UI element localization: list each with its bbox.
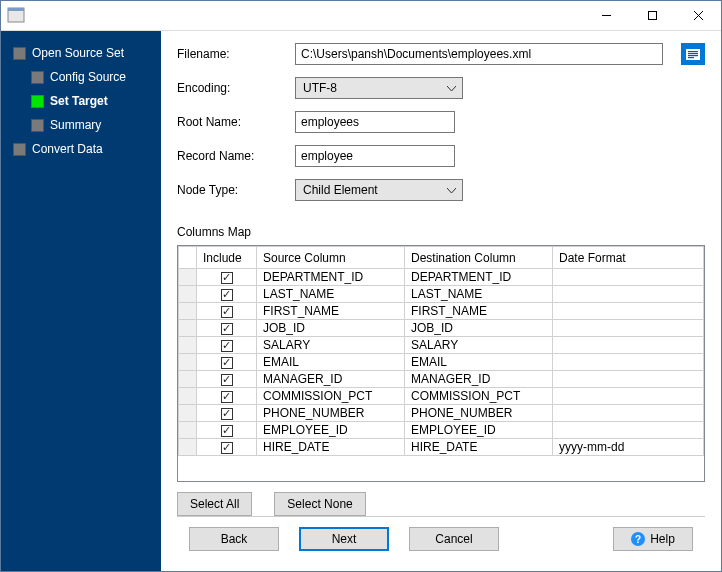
- include-header[interactable]: Include: [197, 247, 257, 269]
- destination-column-cell[interactable]: EMAIL: [405, 354, 553, 371]
- date-format-header[interactable]: Date Format: [553, 247, 704, 269]
- source-column-cell[interactable]: COMMISSION_PCT: [257, 388, 405, 405]
- encoding-value: UTF-8: [303, 81, 337, 95]
- sidebar-item-open-source-set[interactable]: Open Source Set: [1, 41, 161, 65]
- include-cell[interactable]: [197, 371, 257, 388]
- destination-column-cell[interactable]: SALARY: [405, 337, 553, 354]
- cancel-button[interactable]: Cancel: [409, 527, 499, 551]
- table-row[interactable]: HIRE_DATEHIRE_DATEyyyy-mm-dd: [179, 439, 704, 456]
- select-all-button[interactable]: Select All: [177, 492, 252, 516]
- close-button[interactable]: [675, 1, 721, 31]
- table-row[interactable]: FIRST_NAMEFIRST_NAME: [179, 303, 704, 320]
- date-format-cell[interactable]: [553, 320, 704, 337]
- sidebar-item-config-source[interactable]: Config Source: [1, 65, 161, 89]
- include-cell[interactable]: [197, 286, 257, 303]
- destination-column-cell[interactable]: FIRST_NAME: [405, 303, 553, 320]
- include-cell[interactable]: [197, 439, 257, 456]
- source-column-cell[interactable]: DEPARTMENT_ID: [257, 269, 405, 286]
- source-column-cell[interactable]: HIRE_DATE: [257, 439, 405, 456]
- chevron-down-icon: [447, 183, 456, 197]
- include-cell[interactable]: [197, 337, 257, 354]
- row-handle[interactable]: [179, 286, 197, 303]
- date-format-cell[interactable]: [553, 269, 704, 286]
- source-column-header[interactable]: Source Column: [257, 247, 405, 269]
- row-handle[interactable]: [179, 337, 197, 354]
- minimize-button[interactable]: [583, 1, 629, 31]
- source-column-cell[interactable]: FIRST_NAME: [257, 303, 405, 320]
- row-handle[interactable]: [179, 354, 197, 371]
- destination-column-cell[interactable]: COMMISSION_PCT: [405, 388, 553, 405]
- source-column-cell[interactable]: PHONE_NUMBER: [257, 405, 405, 422]
- table-header-row: Include Source Column Destination Column…: [179, 247, 704, 269]
- row-handle[interactable]: [179, 303, 197, 320]
- date-format-cell[interactable]: [553, 371, 704, 388]
- source-column-cell[interactable]: JOB_ID: [257, 320, 405, 337]
- node-type-select[interactable]: Child Element: [295, 179, 463, 201]
- back-button[interactable]: Back: [189, 527, 279, 551]
- date-format-cell[interactable]: [553, 405, 704, 422]
- include-cell[interactable]: [197, 354, 257, 371]
- row-handle[interactable]: [179, 405, 197, 422]
- table-row[interactable]: PHONE_NUMBERPHONE_NUMBER: [179, 405, 704, 422]
- destination-column-cell[interactable]: PHONE_NUMBER: [405, 405, 553, 422]
- destination-column-cell[interactable]: JOB_ID: [405, 320, 553, 337]
- include-cell[interactable]: [197, 388, 257, 405]
- destination-column-header[interactable]: Destination Column: [405, 247, 553, 269]
- row-handle[interactable]: [179, 269, 197, 286]
- date-format-cell[interactable]: [553, 303, 704, 320]
- sidebar-item-convert-data[interactable]: Convert Data: [1, 137, 161, 161]
- include-cell[interactable]: [197, 405, 257, 422]
- step-marker-icon: [31, 71, 44, 84]
- checkbox-icon: [221, 374, 233, 386]
- encoding-select[interactable]: UTF-8: [295, 77, 463, 99]
- help-button[interactable]: ? Help: [613, 527, 693, 551]
- filename-input[interactable]: [295, 43, 663, 65]
- destination-column-cell[interactable]: LAST_NAME: [405, 286, 553, 303]
- root-name-input[interactable]: [295, 111, 455, 133]
- row-handle[interactable]: [179, 388, 197, 405]
- date-format-cell[interactable]: [553, 422, 704, 439]
- row-handle[interactable]: [179, 439, 197, 456]
- select-none-button[interactable]: Select None: [274, 492, 365, 516]
- include-cell[interactable]: [197, 303, 257, 320]
- source-column-cell[interactable]: SALARY: [257, 337, 405, 354]
- sidebar-item-label: Summary: [50, 118, 101, 132]
- sidebar-item-label: Open Source Set: [32, 46, 124, 60]
- row-handle[interactable]: [179, 320, 197, 337]
- source-column-cell[interactable]: LAST_NAME: [257, 286, 405, 303]
- record-name-input[interactable]: [295, 145, 455, 167]
- table-row[interactable]: MANAGER_IDMANAGER_ID: [179, 371, 704, 388]
- date-format-cell[interactable]: [553, 337, 704, 354]
- destination-column-cell[interactable]: HIRE_DATE: [405, 439, 553, 456]
- date-format-cell[interactable]: yyyy-mm-dd: [553, 439, 704, 456]
- sidebar-item-summary[interactable]: Summary: [1, 113, 161, 137]
- table-row[interactable]: JOB_IDJOB_ID: [179, 320, 704, 337]
- include-cell[interactable]: [197, 422, 257, 439]
- destination-column-cell[interactable]: MANAGER_ID: [405, 371, 553, 388]
- maximize-button[interactable]: [629, 1, 675, 31]
- date-format-cell[interactable]: [553, 388, 704, 405]
- table-row[interactable]: COMMISSION_PCTCOMMISSION_PCT: [179, 388, 704, 405]
- include-cell[interactable]: [197, 269, 257, 286]
- source-column-cell[interactable]: EMPLOYEE_ID: [257, 422, 405, 439]
- row-handle[interactable]: [179, 371, 197, 388]
- chevron-down-icon: [447, 81, 456, 95]
- source-column-cell[interactable]: MANAGER_ID: [257, 371, 405, 388]
- table-row[interactable]: EMPLOYEE_IDEMPLOYEE_ID: [179, 422, 704, 439]
- source-column-cell[interactable]: EMAIL: [257, 354, 405, 371]
- row-handle[interactable]: [179, 422, 197, 439]
- next-button[interactable]: Next: [299, 527, 389, 551]
- columns-map-label: Columns Map: [177, 225, 705, 239]
- destination-column-cell[interactable]: EMPLOYEE_ID: [405, 422, 553, 439]
- sidebar-item-set-target[interactable]: Set Target: [1, 89, 161, 113]
- include-cell[interactable]: [197, 320, 257, 337]
- table-row[interactable]: DEPARTMENT_IDDEPARTMENT_ID: [179, 269, 704, 286]
- date-format-cell[interactable]: [553, 354, 704, 371]
- table-row[interactable]: EMAILEMAIL: [179, 354, 704, 371]
- wizard-sidebar: Open Source Set Config Source Set Target…: [1, 31, 161, 571]
- table-row[interactable]: SALARYSALARY: [179, 337, 704, 354]
- destination-column-cell[interactable]: DEPARTMENT_ID: [405, 269, 553, 286]
- browse-button[interactable]: [681, 43, 705, 65]
- table-row[interactable]: LAST_NAMELAST_NAME: [179, 286, 704, 303]
- date-format-cell[interactable]: [553, 286, 704, 303]
